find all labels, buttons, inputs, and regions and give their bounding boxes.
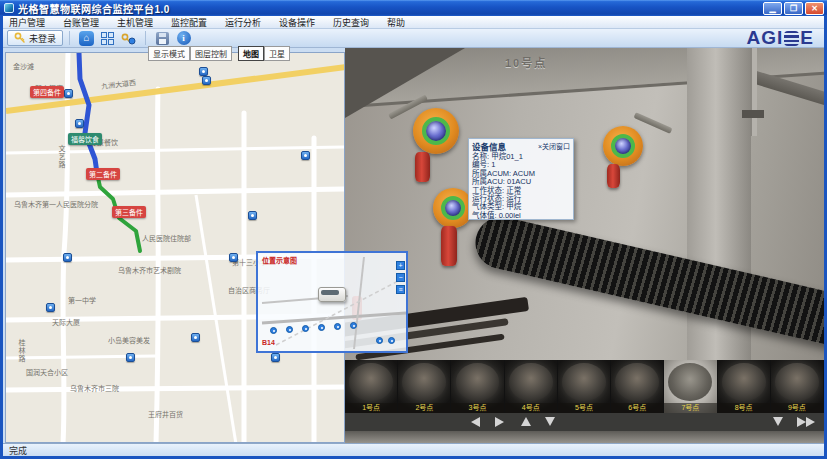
- inset-marker[interactable]: [376, 337, 383, 344]
- thumbnail-5[interactable]: 5号点: [558, 360, 610, 413]
- pan-up-button[interactable]: [521, 417, 531, 426]
- inset-marker[interactable]: [334, 323, 341, 330]
- close-button[interactable]: ✕: [805, 2, 824, 15]
- thumbnail-6[interactable]: 6号点: [611, 360, 663, 413]
- thumbnail-caption: 8号点: [718, 403, 770, 413]
- pan-left-button[interactable]: [471, 417, 480, 427]
- inset-marker[interactable]: [350, 322, 357, 329]
- gas-detector-2[interactable]: [603, 126, 643, 166]
- menu-bar: 用户管理台账管理主机管理监控配置运行分析设备操作历史查询帮助: [3, 16, 824, 29]
- maximize-button[interactable]: ❐: [784, 2, 803, 15]
- menu-item-0[interactable]: 用户管理: [7, 16, 47, 29]
- menu-item-3[interactable]: 监控配置: [169, 16, 209, 29]
- popup-body: 名称: 甲烷01_1编号: 1所属ACUM: ACUM所属ACU: 01ACU工…: [469, 152, 573, 221]
- map-device-marker[interactable]: [46, 303, 55, 312]
- layout-button[interactable]: [99, 30, 116, 46]
- inset-zoom-in-button[interactable]: +: [396, 261, 405, 270]
- thumbnail-7[interactable]: 7号点: [664, 360, 716, 413]
- map-panel[interactable]: 金沙滩新安银座九洲大道西好景餐饮文艺路乌鲁木齐第一人民医院分院人民医院住院部乌鲁…: [5, 52, 345, 443]
- panel-bottom-strip: [345, 431, 824, 443]
- map-device-marker[interactable]: [126, 353, 135, 362]
- map-device-marker[interactable]: [199, 67, 208, 76]
- display-mode-button[interactable]: 显示模式: [148, 46, 190, 61]
- detector-red-cap: [415, 152, 430, 182]
- camera-panel[interactable]: 10号点 设备信息 ×关闭窗口 名称: 甲烷01_1编号: 1所属ACUM: A…: [345, 48, 824, 443]
- map-label: 人民医院住院部: [142, 233, 191, 243]
- inset-marker[interactable]: [286, 326, 293, 333]
- map-label: 王府井百货: [148, 409, 183, 419]
- map-device-marker[interactable]: [75, 119, 84, 128]
- detector-lens: [422, 117, 450, 145]
- thumbnail-9[interactable]: 9号点: [771, 360, 823, 413]
- map-device-marker[interactable]: [229, 253, 238, 262]
- map-device-marker[interactable]: [63, 253, 72, 262]
- status-bar: 完成: [3, 443, 824, 456]
- popup-title: 设备信息: [472, 140, 506, 152]
- menu-item-4[interactable]: 运行分析: [223, 16, 263, 29]
- map-poi-badge[interactable]: 福馨饮食: [68, 133, 102, 145]
- login-button[interactable]: 未登录: [7, 30, 63, 46]
- collapse-strip-button[interactable]: [773, 417, 783, 426]
- map-device-marker[interactable]: [301, 151, 310, 160]
- save-icon: [156, 32, 169, 45]
- map-device-marker[interactable]: [191, 333, 200, 342]
- minimize-button[interactable]: ▁: [763, 2, 782, 15]
- toolbar-separator: [69, 31, 70, 45]
- fast-forward-button[interactable]: [797, 417, 806, 427]
- menu-item-5[interactable]: 设备操作: [277, 16, 317, 29]
- toolbar-separator: [145, 31, 146, 45]
- menu-item-6[interactable]: 历史查询: [331, 16, 371, 29]
- map-label: 乌鲁木齐第一人民医院分院: [14, 199, 98, 209]
- inset-zoom-out-button[interactable]: −: [396, 273, 405, 282]
- inset-marker[interactable]: [388, 337, 395, 344]
- gas-detector-1[interactable]: [413, 108, 459, 154]
- map-mode-button[interactable]: 地图: [238, 46, 264, 61]
- thumbnail-caption: 4号点: [505, 403, 557, 413]
- thumbnail-2[interactable]: 2号点: [398, 360, 450, 413]
- map-device-marker[interactable]: [271, 353, 280, 362]
- window-frame-left: [0, 16, 3, 456]
- inset-marker[interactable]: [302, 325, 309, 332]
- pan-right-button[interactable]: [495, 417, 504, 427]
- agioe-logo: AGIE: [747, 27, 814, 49]
- layer-control-button[interactable]: 图层控制: [190, 46, 232, 61]
- menu-item-2[interactable]: 主机管理: [115, 16, 155, 29]
- thumbnail-3[interactable]: 3号点: [451, 360, 503, 413]
- map-device-marker[interactable]: [64, 89, 73, 98]
- menu-item-7[interactable]: 帮助: [385, 16, 407, 29]
- map-device-marker[interactable]: [248, 211, 257, 220]
- home-button[interactable]: ⌂: [78, 30, 95, 46]
- map-label: 文艺路: [56, 145, 66, 169]
- satellite-mode-button[interactable]: 卫星: [264, 46, 290, 61]
- gas-detector-3[interactable]: [433, 188, 473, 228]
- corrugated-pipe: [470, 212, 824, 353]
- status-text: 完成: [9, 444, 27, 457]
- popup-close-link[interactable]: ×关闭窗口: [538, 141, 570, 151]
- inset-layers-button[interactable]: ≡: [396, 285, 405, 294]
- detector-lens: [611, 134, 635, 158]
- tunnel-photo: 10号点 设备信息 ×关闭窗口 名称: 甲烷01_1编号: 1所属ACUM: A…: [345, 48, 824, 360]
- map-poi-badge[interactable]: 第四备件: [30, 86, 64, 98]
- save-button[interactable]: [154, 30, 171, 46]
- thumbnail-caption: 5号点: [558, 403, 610, 413]
- map-label: 天际大厦: [52, 317, 80, 327]
- inset-marker[interactable]: [318, 324, 325, 331]
- thumbnail-filmstrip: 1号点2号点3号点4号点5号点6号点7号点8号点9号点: [345, 360, 824, 413]
- inset-marker[interactable]: [270, 327, 277, 334]
- map-device-marker[interactable]: [202, 76, 211, 85]
- pan-down-button[interactable]: [545, 417, 555, 426]
- device-info-popup: 设备信息 ×关闭窗口 名称: 甲烷01_1编号: 1所属ACUM: ACUM所属…: [468, 138, 574, 220]
- about-button[interactable]: i: [175, 30, 192, 46]
- pipe-bracket: [742, 110, 764, 118]
- map-poi-badge[interactable]: 第三备件: [112, 206, 146, 218]
- thumbnail-8[interactable]: 8号点: [718, 360, 770, 413]
- app-icon: [4, 3, 14, 13]
- detector-red-cap: [441, 226, 457, 266]
- permission-button[interactable]: [120, 30, 137, 46]
- eagle-eye-inset[interactable]: 位置示意图 B14 + − ≡: [256, 251, 408, 353]
- inset-title: 位置示意图: [262, 255, 297, 265]
- map-poi-badge[interactable]: 第二备件: [86, 168, 120, 180]
- thumbnail-1[interactable]: 1号点: [345, 360, 397, 413]
- thumbnail-4[interactable]: 4号点: [505, 360, 557, 413]
- menu-item-1[interactable]: 台账管理: [61, 16, 101, 29]
